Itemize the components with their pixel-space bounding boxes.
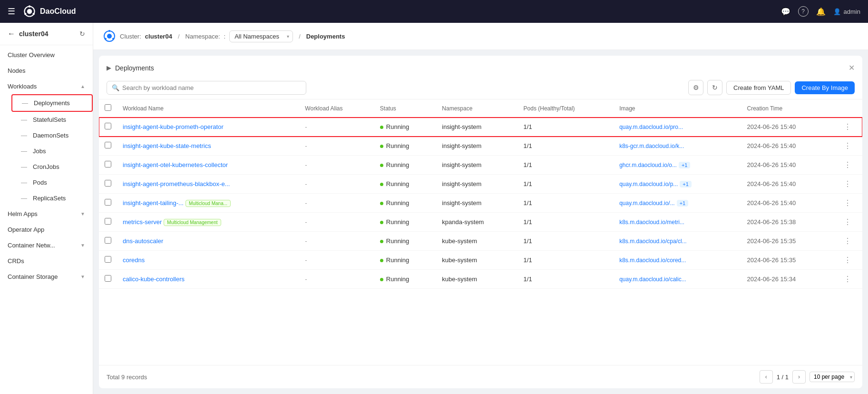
- row-actions-button[interactable]: ⋮: [833, 194, 862, 213]
- workload-name-link[interactable]: coredns: [123, 256, 145, 264]
- operator-app-label: Operator App: [8, 226, 44, 233]
- sidebar-item-jobs[interactable]: — Jobs: [11, 143, 93, 159]
- row-checkbox[interactable]: [105, 256, 111, 263]
- row-actions-button[interactable]: ⋮: [833, 175, 862, 194]
- container-storage-label: Container Storage: [8, 273, 58, 280]
- image-link[interactable]: k8s-gcr.m.daocloud.io/k...: [619, 143, 684, 149]
- workload-alias-cell: -: [299, 175, 374, 194]
- namespace-select[interactable]: All Namespaces insight-system kube-syste…: [229, 30, 293, 42]
- status-text: Running: [386, 276, 409, 283]
- sidebar-item-cronjobs[interactable]: — CronJobs: [11, 159, 93, 175]
- row-checkbox[interactable]: [105, 199, 111, 206]
- status-dot-icon: [380, 164, 383, 167]
- col-workload-name: Workload Name: [117, 99, 299, 118]
- sidebar-item-operator-app[interactable]: Operator App: [0, 222, 93, 237]
- breadcrumb-sep-ns: :: [224, 33, 226, 40]
- row-checkbox-cell: [99, 194, 117, 213]
- hamburger-button[interactable]: ☰: [8, 6, 15, 17]
- col-creation-time: Creation Time: [741, 99, 833, 118]
- status-dot-icon: [380, 145, 383, 148]
- settings-button[interactable]: ⚙: [688, 80, 703, 95]
- sidebar-item-deployments[interactable]: — Deployments: [11, 94, 93, 112]
- per-page-select[interactable]: 10 per page 20 per page 50 per page: [809, 372, 855, 382]
- row-actions-button[interactable]: ⋮: [833, 118, 862, 137]
- table-row: insight-agent-kube-state-metrics-Running…: [99, 137, 862, 156]
- sidebar-item-container-network[interactable]: Container Netw... ▼: [0, 237, 93, 253]
- prev-page-button[interactable]: ‹: [760, 370, 773, 384]
- sidebar-item-helm-apps[interactable]: Helm Apps ▼: [0, 206, 93, 222]
- deployments-table-wrapper: Workload Name Workload Alias Status Name…: [99, 99, 862, 365]
- creation-time-cell: 2024-06-26 15:35: [741, 251, 833, 270]
- sidebar-item-container-storage[interactable]: Container Storage ▼: [0, 269, 93, 285]
- row-actions-button[interactable]: ⋮: [833, 137, 862, 156]
- status-text: Running: [386, 161, 409, 168]
- row-actions-button[interactable]: ⋮: [833, 270, 862, 289]
- workload-name-link[interactable]: insight-agent-otel-kubernetes-collector: [123, 161, 228, 168]
- image-link[interactable]: k8s.m.daocloud.io/cored...: [619, 257, 686, 264]
- workload-name-link[interactable]: insight-agent-kube-prometh-operator: [123, 123, 224, 130]
- user-menu[interactable]: 👤 admin: [833, 8, 860, 15]
- status-dot-icon: [380, 183, 383, 186]
- image-link[interactable]: quay.m.daocloud.io/p...: [619, 181, 678, 187]
- refresh-button[interactable]: ↻: [79, 30, 85, 38]
- image-link[interactable]: k8s.m.daocloud.io/cpa/cl...: [619, 238, 686, 245]
- row-actions-button[interactable]: ⋮: [833, 156, 862, 175]
- pods-cell: 1/1: [518, 137, 614, 156]
- back-arrow-icon[interactable]: ←: [8, 30, 15, 38]
- status-dot-icon: [380, 278, 383, 281]
- workload-name-link[interactable]: dns-autoscaler: [123, 237, 163, 245]
- image-link[interactable]: ghcr.m.daocloud.io/o...: [619, 162, 677, 168]
- sidebar-item-workloads[interactable]: Workloads ▲: [0, 79, 93, 94]
- panel-close-button[interactable]: ✕: [848, 63, 855, 72]
- create-yaml-button[interactable]: Create from YAML: [726, 81, 791, 95]
- sidebar-item-cluster-overview[interactable]: Cluster Overview: [0, 47, 93, 63]
- row-checkbox[interactable]: [105, 161, 111, 167]
- image-link[interactable]: quay.m.daocloud.io/...: [619, 200, 675, 207]
- row-checkbox[interactable]: [105, 275, 111, 282]
- search-input[interactable]: [122, 84, 301, 91]
- image-link[interactable]: quay.m.daocloud.io/pro...: [619, 124, 683, 130]
- sidebar-item-daemonsets[interactable]: — DaemonSets: [11, 128, 93, 143]
- gear-icon: ⚙: [693, 84, 699, 91]
- namespace-selector-wrapper: All Namespaces insight-system kube-syste…: [229, 30, 293, 42]
- help-icon[interactable]: ?: [798, 6, 809, 17]
- workload-alias-cell: -: [299, 251, 374, 270]
- workload-name-link[interactable]: metrics-server: [123, 218, 162, 226]
- sidebar-item-statefulsets[interactable]: — StatefulSets: [11, 112, 93, 128]
- cluster-name-link[interactable]: ← cluster04: [8, 30, 48, 38]
- row-actions-button[interactable]: ⋮: [833, 232, 862, 251]
- sidebar-item-nodes[interactable]: Nodes: [0, 63, 93, 79]
- sidebar-item-pods[interactable]: — Pods: [11, 175, 93, 190]
- panel-toggle-button[interactable]: ▶: [107, 64, 111, 71]
- status-cell: Running: [374, 232, 436, 251]
- sidebar-item-crds[interactable]: CRDs: [0, 253, 93, 269]
- image-link[interactable]: quay.m.daocloud.io/calic...: [619, 276, 686, 283]
- workload-name-link[interactable]: insight-agent-kube-state-metrics: [123, 142, 211, 149]
- refresh-table-button[interactable]: ↻: [707, 80, 722, 95]
- image-cell: ghcr.m.daocloud.io/o...+1: [614, 156, 741, 175]
- image-extra-badge: +1: [680, 181, 692, 187]
- workload-name-link[interactable]: insight-agent-tailing-...: [123, 199, 184, 207]
- workload-name-link[interactable]: insight-agent-prometheus-blackbox-e...: [123, 180, 230, 187]
- select-all-checkbox[interactable]: [105, 104, 111, 111]
- create-image-button[interactable]: Create By Image: [795, 81, 855, 94]
- next-page-button[interactable]: ›: [792, 370, 806, 384]
- sidebar-item-replicasets[interactable]: — ReplicaSets: [11, 190, 93, 206]
- top-navigation: ☰ DaoCloud 💬 ? 🔔 👤 admin: [0, 0, 868, 23]
- chat-icon[interactable]: 💬: [781, 7, 790, 16]
- row-checkbox[interactable]: [105, 180, 111, 187]
- notifications-icon[interactable]: 🔔: [816, 7, 826, 16]
- row-checkbox[interactable]: [105, 123, 111, 129]
- workload-name-link[interactable]: calico-kube-controllers: [123, 276, 185, 283]
- row-checkbox[interactable]: [105, 237, 111, 244]
- panel-header: ▶ Deployments ✕: [99, 61, 862, 76]
- status-cell: Running: [374, 156, 436, 175]
- row-actions-button[interactable]: ⋮: [833, 213, 862, 232]
- workload-name-cell: insight-agent-tailing-...Multicloud Mana…: [117, 194, 299, 213]
- row-checkbox[interactable]: [105, 142, 111, 148]
- pagination-bar: Total 9 records ‹ 1 / 1 › 10 per page 20…: [99, 365, 862, 388]
- row-actions-button[interactable]: ⋮: [833, 251, 862, 270]
- image-link[interactable]: k8s.m.daocloud.io/metri...: [619, 219, 684, 226]
- row-checkbox[interactable]: [105, 218, 111, 225]
- search-box[interactable]: 🔍: [107, 81, 306, 95]
